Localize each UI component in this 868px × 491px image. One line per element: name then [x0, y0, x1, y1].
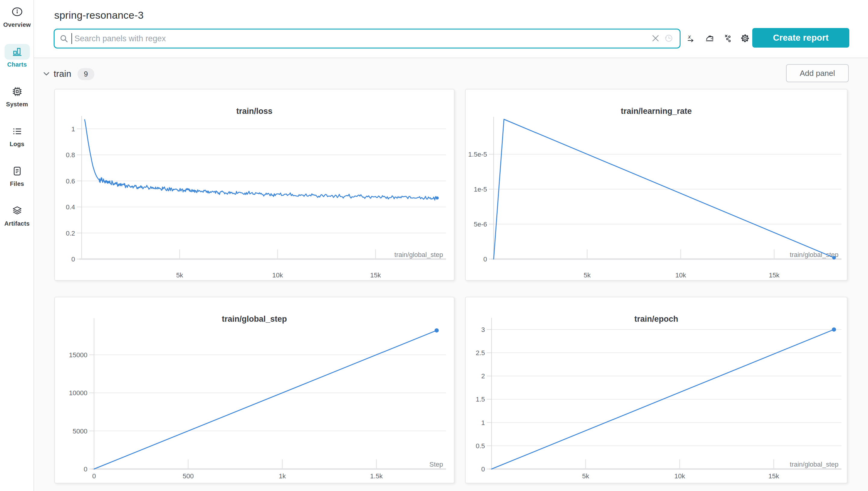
panel-count-badge: 9 [78, 68, 94, 80]
svg-text:15000: 15000 [69, 351, 87, 359]
text-caret [72, 33, 72, 44]
svg-text:1.5k: 1.5k [370, 472, 383, 480]
smoothing-button[interactable] [702, 31, 717, 46]
sidebar-item-label: Files [0, 180, 34, 187]
sidebar-item-label: Charts [0, 61, 34, 68]
svg-text:5e-6: 5e-6 [474, 221, 487, 228]
sidebar-item-label: Artifacts [0, 220, 34, 227]
svg-text:1e-5: 1e-5 [474, 185, 487, 193]
list-icon [4, 123, 30, 139]
svg-text:10k: 10k [272, 271, 283, 279]
panel-train-loss[interactable]: train/loss 00.20.40.60.815k10k15ktrain/g… [54, 89, 454, 281]
file-icon [4, 163, 30, 179]
svg-text:0.2: 0.2 [66, 230, 75, 237]
svg-text:0: 0 [92, 472, 96, 480]
svg-text:2.5: 2.5 [476, 349, 485, 357]
svg-text:5000: 5000 [73, 428, 87, 435]
x-axis-settings-button[interactable]: x [683, 31, 698, 46]
create-report-button[interactable]: Create report [752, 28, 849, 48]
svg-text:train/global_step: train/global_step [790, 461, 838, 468]
iron-icon [705, 34, 714, 44]
clear-search-button[interactable] [649, 32, 662, 45]
svg-text:train/global_step: train/global_step [790, 251, 838, 258]
svg-text:1.5: 1.5 [476, 396, 485, 403]
svg-text:15k: 15k [370, 271, 381, 279]
svg-text:10000: 10000 [69, 389, 87, 397]
info-icon [4, 4, 30, 20]
line-chart-train-epoch: 00.511.522.535k10k15ktrain/global_step [466, 297, 847, 483]
cpu-icon [4, 84, 30, 99]
svg-text:10k: 10k [674, 472, 685, 480]
svg-text:3: 3 [481, 326, 485, 334]
svg-text:500: 500 [183, 472, 194, 480]
sidebar-item-label: Logs [0, 141, 34, 148]
svg-text:5k: 5k [584, 271, 591, 279]
svg-text:1: 1 [72, 125, 75, 133]
search-input[interactable]: Search panels with regex [54, 29, 680, 49]
section-title: train [54, 69, 71, 79]
panel-train-epoch[interactable]: train/epoch 00.511.522.535k10k15ktrain/g… [465, 297, 847, 484]
gear-icon [740, 34, 750, 44]
svg-text:0: 0 [84, 465, 87, 473]
svg-text:1k: 1k [279, 472, 286, 480]
page-title: spring-resonance-3 [54, 9, 144, 21]
sidebar: Overview Charts System Logs Files Artifa… [0, 0, 34, 491]
outliers-button[interactable] [721, 31, 736, 46]
panel-settings-button[interactable] [737, 31, 753, 46]
svg-text:0.4: 0.4 [66, 203, 75, 211]
layers-icon [4, 203, 30, 219]
outliers-icon [724, 34, 733, 44]
panel-train-learning-rate[interactable]: train/learning_rate 05e-61e-51.5e-55k10k… [465, 89, 847, 281]
search-icon [59, 34, 68, 43]
history-icon [664, 33, 674, 44]
line-chart-train-loss: 00.20.40.60.815k10k15ktrain/global_step [55, 89, 454, 280]
svg-text:10k: 10k [675, 271, 686, 279]
chevron-down-icon [43, 70, 50, 79]
bar-chart-icon [4, 44, 30, 60]
svg-text:x: x [688, 34, 691, 40]
svg-text:1.5e-5: 1.5e-5 [468, 151, 487, 158]
sidebar-item-files[interactable]: Files [0, 163, 34, 187]
panel-train-global-step[interactable]: train/global_step 05000100001500005001k1… [54, 297, 454, 484]
svg-text:Step: Step [429, 461, 443, 468]
line-chart-train-global-step: 05000100001500005001k1.5kStep [55, 297, 454, 483]
svg-text:0: 0 [483, 255, 487, 263]
sidebar-item-label: System [0, 101, 34, 108]
svg-text:0.6: 0.6 [66, 177, 75, 185]
svg-text:5k: 5k [176, 271, 183, 279]
sidebar-item-charts[interactable]: Charts [0, 44, 34, 68]
svg-text:0: 0 [72, 255, 75, 263]
svg-text:15k: 15k [769, 271, 780, 279]
svg-text:0: 0 [481, 465, 485, 473]
svg-text:0.5: 0.5 [476, 442, 485, 450]
svg-text:0.8: 0.8 [66, 151, 75, 159]
x-axis-icon: x [686, 34, 695, 44]
sidebar-item-label: Overview [0, 21, 34, 28]
svg-text:train/global_step: train/global_step [394, 251, 443, 258]
svg-text:1: 1 [481, 419, 485, 427]
line-chart-train-learning-rate: 05e-61e-51.5e-55k10k15ktrain/global_step [466, 89, 847, 280]
sidebar-item-artifacts[interactable]: Artifacts [0, 203, 34, 227]
sidebar-item-logs[interactable]: Logs [0, 123, 34, 148]
svg-text:15k: 15k [768, 472, 779, 480]
svg-text:2: 2 [481, 372, 485, 380]
search-placeholder: Search panels with regex [75, 34, 649, 44]
section-collapse-button[interactable] [43, 70, 50, 78]
sidebar-item-system[interactable]: System [0, 84, 34, 108]
close-icon [651, 34, 660, 44]
svg-text:5k: 5k [582, 472, 589, 480]
sidebar-item-overview[interactable]: Overview [0, 4, 34, 28]
add-panel-button[interactable]: Add panel [786, 64, 849, 82]
search-history-button[interactable] [662, 32, 675, 45]
